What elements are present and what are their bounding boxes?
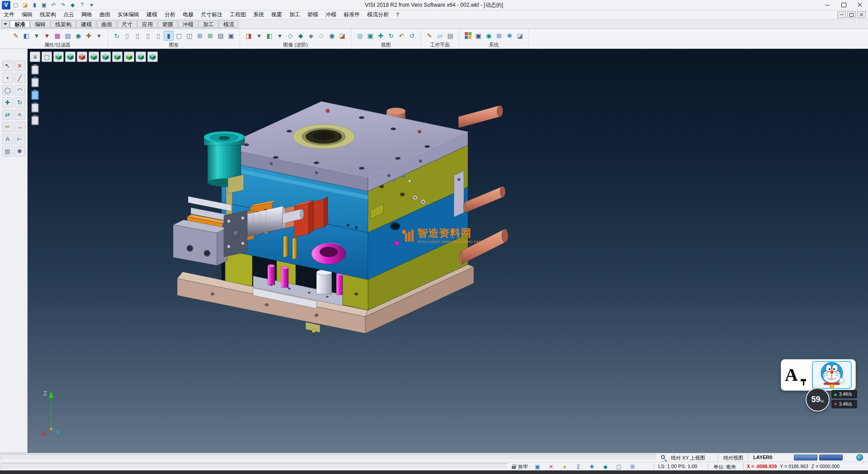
delete-icon[interactable]: ✕ <box>14 61 25 71</box>
point-icon[interactable]: • <box>2 73 13 83</box>
filter-red-icon[interactable]: ▼ <box>42 31 52 41</box>
offset-icon[interactable]: ≡ <box>14 109 25 120</box>
qat-more-icon[interactable]: ▾ <box>87 1 96 9</box>
wireframe-icon[interactable]: ◇ <box>285 31 295 41</box>
arc-icon[interactable]: ◠ <box>14 85 25 95</box>
clipboard-slot[interactable] <box>31 90 39 100</box>
render-red-icon[interactable]: ◨ <box>244 31 254 41</box>
monitor-icon[interactable]: ▣ <box>473 31 483 41</box>
menu-item[interactable]: 系统 <box>250 10 268 19</box>
menu-item[interactable]: 冲模 <box>322 10 340 19</box>
snowflake-icon[interactable]: ✱ <box>505 31 514 41</box>
menu-item[interactable]: 加工 <box>286 10 304 19</box>
workplane-align-icon[interactable]: ▱ <box>435 31 445 41</box>
viewport-canvas[interactable]: Z ≡▢ 智造资料网 INTELLIGENT MANUFACTURING DAT… <box>28 49 868 453</box>
menu-item[interactable]: 分析 <box>161 10 179 19</box>
tab-item[interactable]: 编辑 <box>30 20 50 28</box>
view-iso-icon[interactable] <box>124 52 134 62</box>
iso-view-icon[interactable]: ◆ <box>601 463 609 470</box>
pan-icon[interactable]: ✚ <box>376 31 386 41</box>
menu-item[interactable]: 标准件 <box>340 10 363 19</box>
new-file-icon[interactable]: ▢ <box>11 1 20 9</box>
system-colors-icon[interactable] <box>463 31 473 41</box>
workplane-create-icon[interactable]: ✎ <box>425 31 434 41</box>
filter-green-icon[interactable]: ▼ <box>32 31 42 41</box>
mold-3d-model[interactable]: Z <box>28 49 868 453</box>
measure-icon[interactable]: ↔ <box>14 122 25 132</box>
menu-item[interactable]: 编辑 <box>18 10 36 19</box>
zoom-2-icon[interactable]: 2 <box>574 463 582 470</box>
tab-item[interactable]: 尺寸 <box>117 20 137 28</box>
print-icon[interactable]: ▣ <box>226 31 236 41</box>
text-icon[interactable]: A <box>2 134 13 144</box>
grid-table-icon[interactable]: ⊞ <box>195 31 205 41</box>
help-icon[interactable]: ? <box>78 1 86 9</box>
view-front-icon[interactable] <box>65 52 75 62</box>
clipboard-slot[interactable] <box>31 103 39 113</box>
zoom-fit-icon[interactable]: ▣ <box>365 31 375 41</box>
render-menu-2-icon[interactable]: ▾ <box>275 31 285 41</box>
tab-item[interactable]: 冲模 <box>178 20 198 28</box>
layer-color-bar-2[interactable] <box>819 455 843 460</box>
attr-more-icon[interactable]: ▾ <box>94 31 104 41</box>
cpu-percent-badge[interactable]: 59 % <box>806 388 830 412</box>
previous-view-icon[interactable]: ↶ <box>396 31 406 41</box>
visi-logo[interactable]: V <box>2 1 10 9</box>
page-view-icon[interactable]: ▢ <box>174 31 184 41</box>
globe-icon[interactable]: ◉ <box>484 31 494 41</box>
redo-icon[interactable]: ↷ <box>59 1 67 9</box>
menu-item[interactable]: 尺寸标注 <box>197 10 226 19</box>
tab-list-dropdown-icon[interactable] <box>1 20 9 28</box>
net-speed-widget[interactable]: A <box>781 359 856 391</box>
globe-icon[interactable] <box>856 454 863 461</box>
tab-item[interactable]: 应用 <box>137 20 157 28</box>
undo-icon[interactable]: ↶ <box>49 1 58 9</box>
menu-item[interactable]: 工程图 <box>226 10 250 19</box>
active-layer[interactable]: LAYER0 <box>753 455 772 460</box>
view-iso-3-icon[interactable] <box>147 52 158 62</box>
tab-item[interactable]: 塑膜 <box>158 20 178 28</box>
rotate-icon[interactable]: ↻ <box>14 97 25 108</box>
menu-item[interactable]: ? <box>392 10 403 19</box>
grid-table-2-icon[interactable]: ⊞ <box>205 31 215 41</box>
trim-icon[interactable]: ✂ <box>2 122 13 132</box>
snapshot-icon[interactable]: ▣ <box>533 463 542 470</box>
shaded-display-icon[interactable]: ▮ <box>164 31 174 41</box>
view-top-icon[interactable] <box>53 52 64 62</box>
menu-item[interactable]: 电极 <box>179 10 197 19</box>
view-bottom-icon[interactable] <box>112 52 123 62</box>
transparent-icon[interactable]: ◇ <box>316 31 326 41</box>
view-iso-2-icon[interactable] <box>136 52 146 62</box>
visibility-icon[interactable]: ◉ <box>73 31 83 41</box>
circle-icon[interactable]: ◯ <box>2 85 13 95</box>
mdi-minimize-button[interactable] <box>837 11 846 18</box>
units-readout[interactable]: 单位: 毫米 <box>713 464 736 470</box>
zoom-window-icon[interactable]: ◎ <box>355 31 365 41</box>
snap-icon[interactable]: ✚ <box>588 463 596 470</box>
workplane-list-icon[interactable]: ▤ <box>445 31 455 41</box>
settings-icon[interactable]: ✱ <box>14 146 25 156</box>
match-properties-icon[interactable]: ◧ <box>21 31 31 41</box>
tab-item[interactable]: 线架构 <box>51 20 76 28</box>
close-button[interactable] <box>852 0 868 10</box>
menu-item[interactable]: 塑模 <box>304 10 322 19</box>
view-blank-icon[interactable]: ▢ <box>42 52 52 62</box>
cad-panel-icon[interactable]: ◪ <box>515 31 525 41</box>
list-bar-3-icon[interactable]: ▯ <box>143 31 153 41</box>
highlight-icon[interactable]: ● <box>561 463 569 470</box>
move-icon[interactable]: ✚ <box>2 97 13 108</box>
tab-item[interactable]: 建模 <box>76 20 96 28</box>
menu-item[interactable]: 网格 <box>78 10 96 19</box>
lock-label[interactable]: 拴牢 <box>518 464 528 470</box>
eye-icon[interactable]: ◉ <box>327 31 337 41</box>
multi-page-icon[interactable]: ◫ <box>184 31 194 41</box>
menu-item[interactable]: 点云 <box>60 10 78 19</box>
layer-color-bar[interactable] <box>794 455 817 460</box>
list-bar-1-icon[interactable]: ▯ <box>122 31 132 41</box>
render-green-icon[interactable]: ◧ <box>264 31 274 41</box>
view-left-icon[interactable] <box>89 52 99 62</box>
tab-item[interactable]: 模流 <box>219 20 239 28</box>
color-palette-icon[interactable]: ▦ <box>52 31 62 41</box>
open-file-icon[interactable]: ◪ <box>21 1 29 9</box>
sheet-icon[interactable]: ▤ <box>216 31 226 41</box>
